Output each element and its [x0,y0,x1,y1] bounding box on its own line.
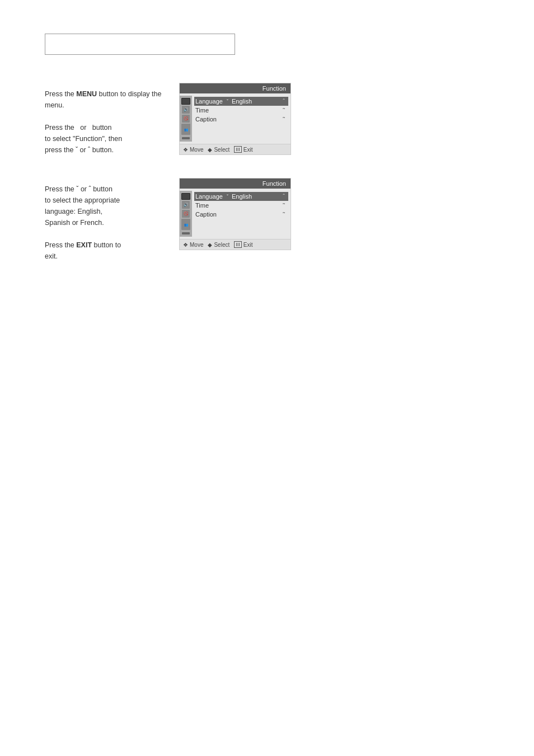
page-container: Press the MENU button to display the men… [0,0,534,756]
people-icon-1: 👥 [181,124,190,135]
menu-body-1: 🔊 🚫 👥 Language ˇ English ˆ [180,93,291,144]
time-row-2: Time ˜ [194,201,288,210]
caption-row-1: Caption ˜ [194,115,288,124]
menu-items-1: Language ˇ English ˆ Time ˜ Caption ˜ [192,96,291,142]
volume-icon-1: 🔊 [182,106,190,114]
block-icon-1: 🚫 [182,115,190,123]
menu-footer-2: ❖ Move ◆ Select III Exit [180,239,291,250]
language-label-2: Language [195,193,223,200]
menu-title-1: Function [180,83,291,93]
move-label-1: Move [190,147,203,153]
select-btn-1: ◆ Select [208,147,229,153]
sidebar-1: 🔊 🚫 👥 [180,96,192,142]
exit-label-1: Exit [243,147,253,153]
tv-icon-1 [181,98,190,105]
sidebar-2: 🔊 🚫 👥 [180,191,192,237]
exit-btn-2: III Exit [234,241,252,248]
people-icon-2: 👥 [181,219,190,230]
menu-footer-1: ❖ Move ◆ Select III Exit [180,144,291,154]
caption-label-2: Caption [195,211,223,218]
move-icon-2: ❖ [183,242,188,248]
time-dash-2: ˜ [283,202,285,209]
caption-dash-2: ˜ [283,211,285,218]
move-btn-2: ❖ Move [183,242,203,248]
language-arrow-2: ˇ [227,194,228,199]
caption-dash-1: ˜ [283,116,285,123]
menu-body-2: 🔊 🚫 👥 Language ˇ English ˆ [180,189,291,239]
language-right-1: ˆ [283,98,285,105]
section-2: Press the ˇ or ˆ button to select the ap… [45,178,489,262]
language-right-2: ˆ [283,193,285,200]
exit-label-2: Exit [243,242,253,248]
volume-icon-2: 🔊 [182,201,190,209]
tv-icon-2 [181,193,190,200]
section2-instructions: Press the ˇ or ˆ button to select the ap… [45,178,162,262]
exit-btn-1: III Exit [234,146,252,153]
section-1: Press the MENU button to display the men… [45,83,489,156]
move-icon-1: ❖ [183,147,188,153]
select-icon-2: ◆ [208,242,212,248]
header-box [45,34,235,55]
time-dash-1: ˜ [283,107,285,114]
time-label-2: Time [195,202,223,209]
language-value-2: English [232,193,252,200]
select-btn-2: ◆ Select [208,242,229,248]
language-value-1: English [232,98,252,105]
select-label-2: Select [214,242,229,248]
menu-screen-1: Function 🔊 🚫 👥 [179,83,291,155]
move-btn-1: ❖ Move [183,147,203,153]
exit-icon-box-1: III [234,146,242,153]
menu-title-2: Function [180,179,291,189]
language-arrow-1: ˇ [227,98,228,104]
select-label-1: Select [214,147,229,153]
select-icon-1: ◆ [208,147,212,153]
time-row-1: Time ˜ [194,106,288,115]
section1-instructions: Press the MENU button to display the men… [45,83,162,156]
language-row-1: Language ˇ English ˆ [194,97,288,106]
block-icon-2: 🚫 [182,210,190,218]
menu-screen-2: Function 🔊 🚫 👥 Language ˇ English [179,178,291,250]
menu-items-2: Language ˇ English ˆ Time ˜ Caption ˜ [192,191,291,237]
exit-icon-box-2: III [234,241,242,248]
language-label-1: Language [195,98,223,105]
language-row-2: Language ˇ English ˆ [194,192,288,201]
move-label-2: Move [190,242,203,248]
caption-row-2: Caption ˜ [194,210,288,219]
time-label-1: Time [195,107,223,114]
caption-label-1: Caption [195,116,223,123]
